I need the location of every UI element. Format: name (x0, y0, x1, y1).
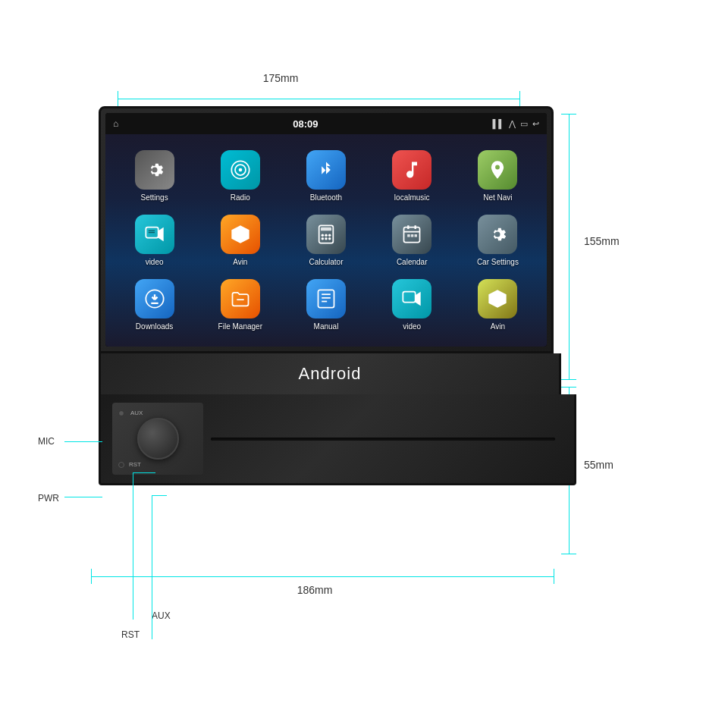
app-label-netnavi: Net Navi (483, 193, 512, 202)
app-icon-bluetooth[interactable]: Bluetooth (283, 143, 369, 208)
svg-point-11 (328, 234, 331, 237)
svg-rect-8 (321, 228, 331, 231)
volume-knob[interactable] (137, 418, 179, 460)
right-dim-bottom-tick (561, 379, 576, 380)
bot-dim-right-tick (554, 569, 554, 584)
app-icon-localmusic[interactable]: localmusic (369, 143, 455, 208)
app-grid: SettingsRadioBluetoothlocalmusicNet Navi… (105, 134, 547, 347)
app-icon-carsettings[interactable]: Car Settings (455, 208, 541, 272)
rst-label-inline: RST (129, 461, 141, 468)
app-icon-calculator[interactable]: Calculator (283, 208, 369, 272)
status-time: 08:09 (293, 118, 318, 130)
svg-point-9 (322, 234, 325, 237)
top-dim-line (118, 99, 519, 99)
app-label-radio: Radio (231, 193, 250, 202)
app-icon-radio[interactable]: Radio (197, 143, 283, 208)
app-icon-video[interactable]: video (111, 208, 197, 272)
svg-point-14 (328, 237, 331, 240)
app-icon-downloads[interactable]: Downloads (111, 273, 197, 337)
pwr-button[interactable] (118, 462, 124, 468)
rst-connector-v (152, 495, 152, 639)
svg-marker-4 (158, 228, 163, 242)
app-label-manual: Manual (314, 322, 339, 331)
screen-bezel: ⌂ 08:09 ▌▌ ⋀ ▭ ↩ SettingsRadioBluetoothl… (105, 113, 547, 347)
app-icon-avin2[interactable]: Avin (455, 273, 541, 337)
svg-point-2 (238, 168, 242, 171)
status-left: ⌂ (113, 118, 118, 129)
cd-slot (211, 438, 555, 441)
right2-dim-bottom-tick (561, 554, 576, 554)
svg-rect-29 (403, 292, 416, 303)
app-label-localmusic: localmusic (394, 193, 430, 202)
mic-aux-row: AUX (118, 410, 197, 416)
svg-point-10 (325, 234, 328, 237)
bot-dim-label: 186mm (297, 584, 333, 596)
android-label: Android (99, 353, 561, 394)
home-icon: ⌂ (113, 118, 118, 129)
aux-connector-v (133, 472, 133, 620)
app-label-filemanager: File Manager (218, 322, 262, 331)
app-label-avin2: Avin (491, 322, 505, 331)
aux-label-inline: AUX (130, 410, 143, 416)
app-icon-filemanager[interactable]: File Manager (197, 273, 283, 337)
signal-icon: ▌▌ (492, 119, 504, 128)
app-label-bluetooth: Bluetooth (310, 193, 342, 202)
knob-area: AUX RST (112, 403, 203, 475)
app-label-avin: Avin (233, 258, 247, 266)
app-icon-video2[interactable]: video (369, 273, 455, 337)
app-icon-avin[interactable]: Avin (197, 208, 283, 272)
mic-port (118, 410, 124, 416)
top-dim-right-tick (519, 91, 520, 106)
svg-point-12 (322, 237, 325, 240)
back-icon: ↩ (532, 119, 539, 129)
right-dim-line (569, 114, 570, 379)
svg-rect-20 (411, 234, 414, 237)
app-label-carsettings: Car Settings (477, 258, 519, 266)
app-label-calendar: Calendar (397, 258, 428, 266)
status-bar: ⌂ 08:09 ▌▌ ⋀ ▭ ↩ (105, 113, 547, 134)
right-dim-label: 155mm (584, 235, 620, 247)
app-icon-netnavi[interactable]: Net Navi (455, 143, 541, 208)
mic-label: MIC (38, 436, 55, 447)
svg-marker-30 (416, 292, 421, 306)
screen-section: ⌂ 08:09 ▌▌ ⋀ ▭ ↩ SettingsRadioBluetoothl… (99, 106, 554, 353)
aux-connector-h (133, 472, 155, 473)
pwr-connector (64, 497, 102, 497)
svg-rect-21 (415, 234, 418, 237)
status-right: ▌▌ ⋀ ▭ ↩ (492, 119, 539, 129)
top-dim-label: 175mm (263, 72, 299, 84)
app-icon-manual[interactable]: Manual (283, 273, 369, 337)
battery-icon: ▭ (520, 119, 528, 129)
svg-rect-19 (407, 234, 410, 237)
svg-rect-25 (318, 290, 334, 308)
mic-connector (64, 441, 102, 442)
aux-label: AUX (152, 610, 171, 621)
app-label-video: video (146, 258, 164, 266)
lower-unit: AUX RST (99, 394, 576, 485)
app-label-video2: video (403, 322, 421, 331)
pwr-rst-row: RST (118, 461, 197, 468)
app-icon-settings[interactable]: Settings (111, 143, 197, 208)
svg-point-13 (325, 237, 328, 240)
rst-label: RST (121, 629, 140, 640)
app-icon-calendar[interactable]: Calendar (369, 208, 455, 272)
device: ⌂ 08:09 ▌▌ ⋀ ▭ ↩ SettingsRadioBluetoothl… (99, 106, 561, 485)
app-label-settings: Settings (141, 193, 168, 202)
pwr-label: PWR (38, 493, 59, 504)
right2-dim-label: 55mm (584, 459, 613, 471)
bot-dim-line (91, 576, 554, 577)
app-label-downloads: Downloads (136, 322, 173, 331)
app-label-calculator: Calculator (309, 258, 343, 266)
rst-connector-h (152, 495, 167, 496)
chevron-icon: ⋀ (509, 119, 516, 129)
